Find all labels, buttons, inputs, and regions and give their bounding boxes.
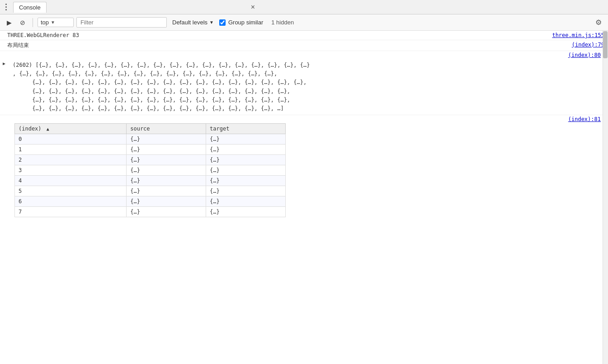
sort-arrow-icon: ▲ <box>47 126 49 131</box>
cell-index: 7 <box>15 207 127 217</box>
scrollbar-thumb[interactable] <box>603 31 608 58</box>
filter-input[interactable] <box>76 17 167 28</box>
clear-console-button[interactable]: ⊘ <box>17 17 28 28</box>
cell-index: 5 <box>15 186 127 196</box>
group-similar-control: Group similar <box>219 19 263 26</box>
cell-target: {…} <box>206 196 286 207</box>
hidden-count-label: 1 hidden <box>271 19 294 26</box>
table-row: 5 {…} {…} <box>15 186 286 196</box>
cell-index: 0 <box>15 134 127 145</box>
table-header-row: (index) ▲ source target <box>15 124 286 134</box>
cell-source: {…} <box>127 165 206 176</box>
col-target-label: target <box>210 126 229 132</box>
table-source-line: (index):81 <box>0 115 608 123</box>
array-source-line: (index):80 <box>0 51 608 59</box>
table-source-link[interactable]: (index):81 <box>568 116 601 122</box>
context-arrow-icon: ▼ <box>51 20 55 25</box>
log-source-webgl[interactable]: three.min.js:155 <box>552 32 604 38</box>
cell-index: 4 <box>15 176 127 186</box>
array-content: (2602) [{…}, {…}, {…}, {…}, {…}, {…}, {…… <box>7 61 604 113</box>
col-index-header[interactable]: (index) ▲ <box>15 124 127 134</box>
cell-source: {…} <box>127 176 206 186</box>
cell-index: 1 <box>15 145 127 155</box>
col-index-label: (index) <box>19 126 42 132</box>
scrollbar-track[interactable] <box>603 31 608 364</box>
table-row: 0 {…} {…} <box>15 134 286 145</box>
col-target-header[interactable]: target <box>206 124 286 134</box>
table-row: 4 {…} {…} <box>15 176 286 186</box>
log-entry-layout: 布局结束 (index):79 <box>0 40 608 51</box>
array-source-link[interactable]: (index):80 <box>568 52 601 58</box>
console-tab[interactable]: Console <box>13 2 47 13</box>
console-table-container: (index) ▲ source target 0 {…} {…} 1 {…} <box>0 123 608 217</box>
table-row: 7 {…} {…} <box>15 207 286 217</box>
table-row: 6 {…} {…} <box>15 196 286 207</box>
console-toolbar: ▶ ⊘ top ▼ Default levels ▼ Group similar… <box>0 14 608 31</box>
array-entry: ▶ (2602) [{…}, {…}, {…}, {…}, {…}, {…}, … <box>0 59 608 115</box>
toolbar-divider <box>33 18 33 27</box>
group-similar-checkbox[interactable] <box>219 19 226 26</box>
cell-source: {…} <box>127 134 206 145</box>
table-row: 2 {…} {…} <box>15 155 286 165</box>
tab-bar: Console × <box>0 0 608 14</box>
cell-source: {…} <box>127 207 206 217</box>
table-row: 1 {…} {…} <box>15 145 286 155</box>
settings-button[interactable]: ⚙ <box>593 17 604 28</box>
cell-source: {…} <box>127 196 206 207</box>
col-source-header[interactable]: source <box>127 124 206 134</box>
col-source-label: source <box>130 126 150 132</box>
context-selector[interactable]: top ▼ <box>38 18 74 27</box>
cell-target: {…} <box>206 155 286 165</box>
cell-source: {…} <box>127 186 206 196</box>
log-source-layout[interactable]: (index):79 <box>572 42 604 48</box>
levels-button[interactable]: Default levels ▼ <box>170 18 217 27</box>
cell-source: {…} <box>127 145 206 155</box>
console-tab-label: Console <box>19 4 41 11</box>
levels-label: Default levels <box>172 19 207 26</box>
log-entry-webgl: THREE.WebGLRenderer 83 three.min.js:155 <box>0 31 608 40</box>
console-data-table: (index) ▲ source target 0 {…} {…} 1 {…} <box>14 123 286 217</box>
table-row: 3 {…} {…} <box>15 165 286 176</box>
cell-target: {…} <box>206 207 286 217</box>
expand-arrow-icon[interactable]: ▶ <box>3 61 5 66</box>
cell-index: 3 <box>15 165 127 176</box>
log-text-layout: 布局结束 <box>7 42 568 49</box>
log-text-webgl: THREE.WebGLRenderer 83 <box>7 32 548 38</box>
levels-arrow-icon: ▼ <box>209 20 214 25</box>
cell-source: {…} <box>127 155 206 165</box>
execute-button[interactable]: ▶ <box>4 17 14 28</box>
close-devtools-button[interactable]: × <box>251 3 255 11</box>
cell-index: 2 <box>15 155 127 165</box>
console-output: THREE.WebGLRenderer 83 three.min.js:155 … <box>0 31 608 364</box>
more-options-button[interactable] <box>4 2 9 12</box>
context-label: top <box>41 19 49 26</box>
cell-index: 6 <box>15 196 127 207</box>
cell-target: {…} <box>206 165 286 176</box>
cell-target: {…} <box>206 145 286 155</box>
cell-target: {…} <box>206 186 286 196</box>
cell-target: {…} <box>206 134 286 145</box>
group-similar-label: Group similar <box>228 19 263 26</box>
cell-target: {…} <box>206 176 286 186</box>
table-body: 0 {…} {…} 1 {…} {…} 2 {…} {…} 3 {…} {…} … <box>15 134 286 217</box>
